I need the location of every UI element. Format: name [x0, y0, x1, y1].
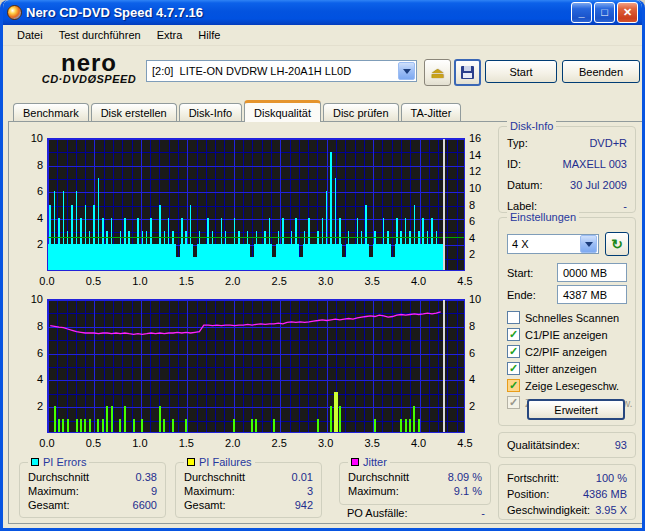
- y-axis-tick-label: 8: [21, 159, 43, 171]
- speed-select-arrow[interactable]: [580, 235, 597, 253]
- x-axis-tick-label: 2.0: [218, 275, 248, 287]
- stat-label: ID:: [507, 158, 521, 170]
- drive-select-arrow[interactable]: [398, 62, 415, 80]
- checkbox-box[interactable]: ✓: [507, 328, 520, 341]
- checkbox-label: C1/PIE anzeigen: [525, 329, 608, 341]
- tab-disk-erstellen[interactable]: Disk erstellen: [91, 103, 177, 122]
- checkbox-box[interactable]: ✓: [507, 379, 520, 392]
- checkbox-c1-pie-anzeigen[interactable]: ✓C1/PIE anzeigen: [507, 327, 608, 342]
- tab-disk-info[interactable]: Disk-Info: [179, 103, 242, 122]
- pi-error-bar: [326, 191, 328, 270]
- save-button[interactable]: [454, 59, 481, 86]
- stat-value: 6600: [133, 499, 157, 511]
- checkbox-box[interactable]: ✓: [507, 345, 520, 358]
- y-axis-tick-label: 2: [469, 248, 475, 260]
- checkbox-box[interactable]: [507, 311, 520, 324]
- start-button[interactable]: Start: [485, 60, 557, 83]
- stat-row: Geschwindigkeit:3.95 X: [507, 504, 627, 516]
- stat-row: Maximum:9.1 %: [348, 485, 482, 497]
- stat-label: Geschwindigkeit:: [507, 504, 590, 516]
- stat-value: MAXELL 003: [563, 158, 627, 170]
- checkbox-box[interactable]: ✓: [507, 362, 520, 375]
- checkbox-box: ✓: [507, 396, 520, 409]
- y-axis-tick-label: 12: [469, 165, 481, 177]
- pi-error-bar: [405, 218, 407, 270]
- jitter-panel-title: Jitter: [363, 456, 387, 468]
- start-field-label: Start:: [507, 267, 533, 279]
- stat-row: Fortschritt:100 %: [507, 472, 627, 484]
- pi-errors-panel: PI Errors Durchschnitt0.38Maximum:9Gesam…: [19, 462, 166, 518]
- x-axis-tick-label: 1.0: [125, 275, 155, 287]
- y-axis-tick-label: 6: [21, 185, 43, 197]
- pi-error-bar: [63, 191, 65, 270]
- stat-value: 0.01: [292, 471, 313, 483]
- advanced-button[interactable]: Erweitert: [527, 399, 625, 420]
- menu-test-durchf-hren[interactable]: Test durchführen: [51, 27, 149, 43]
- save-icon: [461, 66, 474, 79]
- stat-label: Durchschnitt: [348, 471, 409, 483]
- stat-value: 3.95 X: [595, 504, 627, 516]
- x-axis-tick-label: 4.0: [404, 275, 434, 287]
- checkbox-schnelles-scannen[interactable]: Schnelles Scannen: [507, 310, 619, 325]
- checkbox-label: Zeige Lesegeschw.: [525, 380, 619, 392]
- tab-disc-pr-fen[interactable]: Disc prüfen: [323, 103, 399, 122]
- drive-select[interactable]: [2:0] LITE-ON DVDRW LH-20A1H LL0D: [146, 60, 417, 82]
- application-window: Nero CD-DVD Speed 4.7.7.16 _ □ ✕ DateiTe…: [0, 0, 645, 531]
- pi-errors-chart: [47, 138, 465, 271]
- jitter-panel: Jitter Durchschnitt8.09 %Maximum:9.1 %: [339, 462, 491, 505]
- checkbox-jitter-anzeigen[interactable]: ✓Jitter anzeigen: [507, 361, 597, 376]
- title-bar[interactable]: Nero CD-DVD Speed 4.7.7.16 _ □ ✕: [3, 0, 642, 25]
- speed-select[interactable]: 4 X: [507, 234, 599, 254]
- checkbox-zeige-lesegeschw-[interactable]: ✓Zeige Lesegeschw.: [507, 378, 619, 393]
- settings-title: Einstellungen: [510, 211, 576, 223]
- menu-hilfe[interactable]: Hilfe: [190, 27, 228, 43]
- x-axis-tick-label: 1.5: [171, 437, 201, 449]
- stat-row: Gesamt:6600: [28, 499, 157, 511]
- pi-error-bar: [181, 218, 183, 270]
- stat-label: Maximum:: [184, 485, 235, 497]
- pi-error-bar: [124, 218, 126, 270]
- tab-diskqualit-t[interactable]: Diskqualität: [244, 100, 321, 122]
- stat-value: 4386 MB: [583, 488, 627, 500]
- pi-error-bar: [431, 218, 433, 270]
- menu-extra[interactable]: Extra: [149, 27, 191, 43]
- stat-row: Durchschnitt0.01: [184, 471, 313, 483]
- pi-error-bar: [322, 218, 324, 270]
- maximize-button[interactable]: □: [594, 2, 615, 23]
- menu-datei[interactable]: Datei: [9, 27, 51, 43]
- y-axis-tick-label: 4: [469, 373, 475, 385]
- x-axis-tick-label: 2.5: [264, 437, 294, 449]
- pi-error-bar: [422, 218, 424, 270]
- start-field[interactable]: 0000 MB: [557, 263, 627, 282]
- x-axis-tick-label: 0.5: [78, 275, 108, 287]
- y-axis-tick-label: 6: [469, 347, 475, 359]
- refresh-icon: ↻: [611, 236, 623, 252]
- x-axis-tick-label: 0.0: [32, 275, 62, 287]
- end-field[interactable]: 4387 MB: [557, 285, 627, 304]
- stat-row: Durchschnitt0.38: [28, 471, 157, 483]
- x-axis-tick-label: 4.5: [450, 275, 480, 287]
- checkbox-c2-pif-anzeigen[interactable]: ✓C2/PIF anzeigen: [507, 344, 607, 359]
- eject-button[interactable]: ⏏: [424, 59, 451, 86]
- po-failures-value: -: [481, 507, 485, 519]
- y-axis-tick-label: 4: [21, 373, 43, 385]
- minimize-button[interactable]: _: [571, 2, 592, 23]
- stat-label: Maximum:: [348, 485, 399, 497]
- cdspeed-logo-text: CD·DVDØSPEED: [31, 73, 147, 85]
- pi-error-bar: [357, 218, 359, 270]
- y-axis-tick-label: 8: [469, 199, 475, 211]
- checkbox-label: C2/PIF anzeigen: [525, 346, 607, 358]
- y-axis-tick-label: 4: [469, 232, 475, 244]
- tab-strip: BenchmarkDisk erstellenDisk-InfoDiskqual…: [13, 100, 463, 122]
- x-axis-tick-label: 4.5: [450, 437, 480, 449]
- close-button[interactable]: ✕: [617, 2, 638, 23]
- disk-info-panel: Disk-Info Typ:DVD+RID:MAXELL 003Datum:30…: [498, 126, 636, 213]
- tab-benchmark[interactable]: Benchmark: [13, 103, 89, 122]
- nero-logo-text: nero: [31, 53, 147, 73]
- refresh-button[interactable]: ↻: [605, 232, 629, 256]
- quit-button[interactable]: Beenden: [562, 60, 640, 83]
- tab-ta-jitter[interactable]: TA-Jitter: [401, 103, 462, 122]
- x-axis-tick-label: 3.0: [311, 437, 341, 449]
- pi-error-bar: [335, 178, 337, 270]
- disk-info-title: Disk-Info: [510, 120, 553, 132]
